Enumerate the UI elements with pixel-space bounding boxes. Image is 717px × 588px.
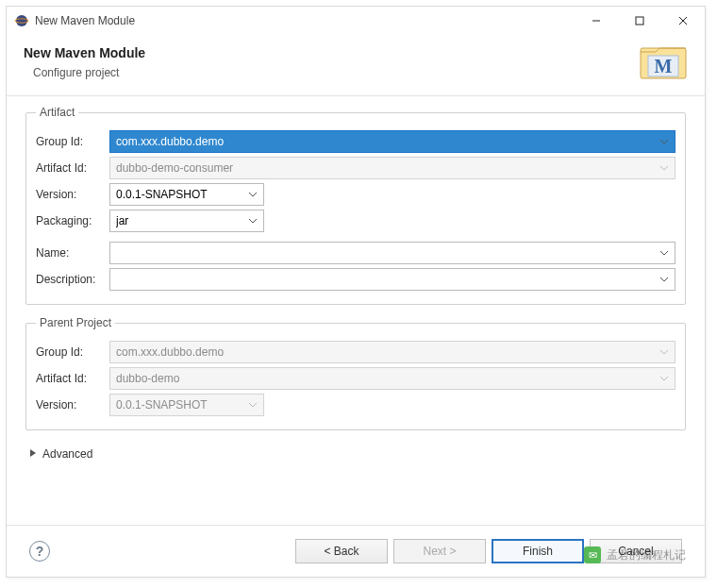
description-combo[interactable] <box>109 268 675 291</box>
description-input[interactable] <box>109 268 675 291</box>
artifact-group: Artifact Group Id: Artifact Id: Version: <box>25 106 686 305</box>
minimize-button[interactable] <box>575 7 618 35</box>
artifact-id-input <box>109 157 675 179</box>
finish-button[interactable]: Finish <box>492 539 584 563</box>
watermark: ✉ 孟君的编程札记 <box>584 546 686 563</box>
svg-point-0 <box>16 15 27 26</box>
parent-group-id-combo <box>109 341 675 363</box>
version-input[interactable] <box>109 183 264 206</box>
parent-group-id-input <box>109 341 675 363</box>
packaging-input[interactable] <box>109 210 264 232</box>
description-label: Description: <box>36 273 109 286</box>
wechat-icon: ✉ <box>584 546 601 563</box>
parent-artifact-id-input <box>109 367 675 390</box>
help-button[interactable]: ? <box>29 541 50 562</box>
parent-version-input <box>109 394 264 416</box>
watermark-text: 孟君的编程札记 <box>607 547 686 563</box>
version-label: Version: <box>36 188 109 201</box>
group-id-combo[interactable] <box>109 130 675 153</box>
next-button: Next > <box>393 539 486 563</box>
parent-version-combo <box>109 394 264 416</box>
window-title: New Maven Module <box>35 14 575 27</box>
name-input[interactable] <box>109 242 675 264</box>
name-label: Name: <box>36 246 109 260</box>
advanced-section[interactable]: Advanced <box>25 442 686 476</box>
parent-artifact-id-combo <box>109 367 675 390</box>
name-combo[interactable] <box>109 242 675 264</box>
eclipse-icon <box>14 13 29 28</box>
maven-icon: M <box>639 42 688 82</box>
artifact-legend: Artifact <box>36 106 78 119</box>
version-combo[interactable] <box>109 183 264 206</box>
packaging-label: Packaging: <box>36 214 109 227</box>
advanced-label: Advanced <box>42 447 92 461</box>
parent-group-id-label: Group Id: <box>36 345 109 359</box>
artifact-id-combo <box>109 157 675 179</box>
parent-artifact-id-label: Artifact Id: <box>36 372 109 385</box>
parent-project-group: Parent Project Group Id: Artifact Id: Ve… <box>25 316 686 430</box>
parent-legend: Parent Project <box>36 316 115 329</box>
close-button[interactable] <box>661 7 705 35</box>
page-title: New Maven Module <box>24 45 639 60</box>
page-subtitle: Configure project <box>24 66 639 79</box>
maximize-button[interactable] <box>618 7 661 35</box>
artifact-id-label: Artifact Id: <box>36 161 109 175</box>
parent-version-label: Version: <box>36 398 109 412</box>
back-button[interactable]: < Back <box>295 539 388 563</box>
svg-rect-3 <box>636 17 643 25</box>
triangle-right-icon <box>29 447 37 461</box>
group-id-label: Group Id: <box>36 135 109 148</box>
wizard-header: New Maven Module Configure project M <box>7 35 705 96</box>
group-id-input[interactable] <box>109 130 675 153</box>
svg-text:M: M <box>655 56 673 76</box>
titlebar: New Maven Module <box>7 7 705 35</box>
packaging-combo[interactable] <box>109 210 264 232</box>
